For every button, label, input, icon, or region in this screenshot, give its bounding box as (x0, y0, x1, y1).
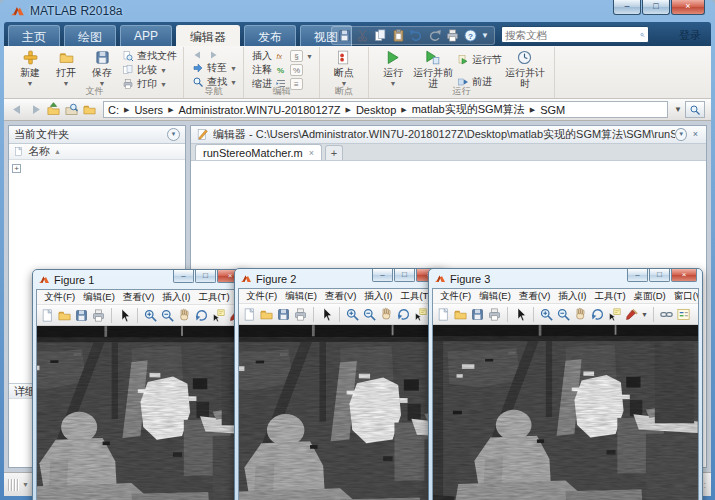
datatip-icon[interactable] (413, 307, 428, 322)
hand-icon[interactable] (177, 308, 192, 323)
uncomment-icon[interactable]: % (290, 64, 303, 76)
zoom-out-icon[interactable] (362, 307, 377, 322)
name-column-header[interactable]: 名称 ▲ (9, 144, 185, 160)
tab-close-icon[interactable]: × (309, 148, 314, 158)
editor-tab[interactable]: runStereoMatcher.m × (195, 144, 322, 160)
dropdown-caret-icon[interactable]: ▼ (641, 311, 648, 318)
tree-expand-icon[interactable]: + (12, 164, 21, 173)
menu-item-0[interactable]: 文件(F) (436, 290, 475, 303)
maximize-button[interactable]: □ (642, 0, 670, 15)
menu-item-2[interactable]: 查看(V) (321, 290, 361, 303)
close-button[interactable]: × (671, 0, 705, 15)
menu-item-4[interactable]: 工具(T) (590, 290, 629, 303)
ribbon-tab-3[interactable]: 编辑器 (176, 25, 240, 46)
menu-item-3[interactable]: 插入(I) (158, 291, 194, 304)
editor-close-icon[interactable]: × (690, 128, 701, 141)
menu-item-0[interactable]: 文件(F) (242, 290, 281, 303)
nav-back-icon[interactable] (10, 102, 25, 117)
open-folder-icon[interactable] (57, 308, 72, 323)
ribbon-tab-2[interactable]: APP (120, 25, 172, 46)
menu-item-3[interactable]: 插入(I) (554, 290, 590, 303)
open-button[interactable]: 打开▼ (48, 49, 84, 89)
cut-icon[interactable] (355, 28, 370, 43)
run-button[interactable]: 运行▼ (375, 49, 411, 89)
breadcrumb-segment-1[interactable]: Users (134, 104, 163, 116)
link-plot-icon[interactable] (659, 307, 674, 322)
new-button[interactable]: 新建▼ (12, 49, 48, 89)
figure1-titlebar[interactable]: Figure 1 – □ × (33, 270, 248, 289)
new-doc-icon[interactable] (436, 307, 451, 322)
menu-item-6[interactable]: 窗口(W) (670, 290, 698, 303)
hand-icon[interactable] (573, 307, 588, 322)
ribbon-tab-4[interactable]: 发布 (244, 25, 296, 46)
brush-icon[interactable] (624, 307, 639, 322)
figure-window-1[interactable]: Figure 1 – □ × 文件(F)编辑(E)查看(V)插入(I)工具(T)… (32, 269, 249, 500)
ribbon-tab-0[interactable]: 主页 (8, 25, 60, 46)
paste-icon[interactable] (391, 28, 406, 43)
run-advance-button[interactable]: 运行并前进 (411, 49, 455, 89)
menu-item-2[interactable]: 查看(V) (119, 291, 159, 304)
zoom-in-icon[interactable] (539, 307, 554, 322)
zoom-out-icon[interactable] (556, 307, 571, 322)
rotate-3d-icon[interactable] (396, 307, 411, 322)
figure3-titlebar[interactable]: Figure 3 – □ × (429, 269, 702, 288)
quick-access-caret-icon[interactable]: ▼ (481, 31, 489, 40)
maximize-button[interactable]: □ (195, 270, 216, 283)
figure-window-2[interactable]: Figure 2 – □ × 文件(F)编辑(E)查看(V)插入(I)工具(T)… (234, 268, 448, 500)
open-folder-icon[interactable] (453, 307, 468, 322)
sign-in-link[interactable]: 登录 (679, 28, 701, 43)
ribbon-tab-1[interactable]: 绘图 (64, 25, 116, 46)
menu-item-1[interactable]: 编辑(E) (79, 291, 119, 304)
new-tab-button[interactable]: + (325, 145, 343, 160)
run-section-button[interactable]: 运行节 (457, 53, 502, 67)
figure-window-3[interactable]: Figure 3 – □ × 文件(F)编辑(E)查看(V)插入(I)工具(T)… (428, 268, 703, 500)
hand-icon[interactable] (379, 307, 394, 322)
pointer-icon[interactable] (319, 307, 334, 322)
figure-canvas[interactable] (239, 325, 443, 500)
up-folder-icon[interactable] (46, 102, 61, 117)
save-icon[interactable] (74, 308, 89, 323)
goto-button[interactable]: 转至▼ (192, 61, 237, 75)
breadcrumb-segment-4[interactable]: matlab实现的SGM算法 (412, 102, 525, 117)
zoom-out-icon[interactable] (160, 308, 175, 323)
folder-search-button[interactable] (685, 101, 705, 118)
menu-item-3[interactable]: 插入(I) (360, 290, 396, 303)
minimize-button[interactable]: – (372, 269, 393, 282)
breadcrumb-segment-3[interactable]: Desktop (356, 104, 396, 116)
insert-fx-icon[interactable] (275, 50, 287, 62)
help-icon[interactable] (463, 28, 478, 43)
copy-icon[interactable] (373, 28, 388, 43)
statusbar-grip[interactable]: ▼ (8, 479, 29, 491)
redo-icon[interactable] (427, 28, 442, 43)
maximize-button[interactable]: □ (649, 269, 670, 282)
new-doc-icon[interactable] (242, 307, 257, 322)
breakpoints-button[interactable]: 断点▼ (326, 49, 362, 89)
comment-icon[interactable] (275, 64, 287, 76)
save-icon[interactable] (337, 28, 352, 43)
menu-item-2[interactable]: 查看(V) (515, 290, 555, 303)
minimize-button[interactable]: – (613, 0, 641, 15)
pointer-icon[interactable] (513, 307, 528, 322)
panel-actions-button[interactable]: ▼ (167, 128, 180, 141)
undo-icon[interactable] (409, 28, 424, 43)
breadcrumb-dropdown-icon[interactable]: ▼ (674, 105, 682, 114)
rotate-3d-icon[interactable] (194, 308, 209, 323)
zoom-in-icon[interactable] (143, 308, 158, 323)
menu-item-4[interactable]: 工具(T) (194, 291, 233, 304)
comment-button[interactable]: 注释% (252, 63, 313, 77)
save-icon[interactable] (276, 307, 291, 322)
breadcrumb[interactable]: C:▶Users▶Administrator.WIN7U-20180127Z▶D… (103, 101, 668, 118)
insert-colorbar-icon[interactable] (693, 307, 698, 322)
menu-item-1[interactable]: 编辑(E) (475, 290, 515, 303)
back-icon[interactable] (192, 49, 204, 61)
doc-search-input[interactable] (505, 29, 640, 41)
maximize-button[interactable]: □ (394, 269, 415, 282)
menu-item-0[interactable]: 文件(F) (40, 291, 79, 304)
print-icon[interactable] (91, 308, 106, 323)
nav-forward-icon[interactable] (28, 102, 43, 117)
zoom-in-icon[interactable] (345, 307, 360, 322)
menu-item-5[interactable]: 桌面(D) (630, 290, 670, 303)
insert-button[interactable]: 插入§▼ (252, 49, 313, 63)
search-icon[interactable] (640, 29, 645, 41)
rotate-3d-icon[interactable] (590, 307, 605, 322)
